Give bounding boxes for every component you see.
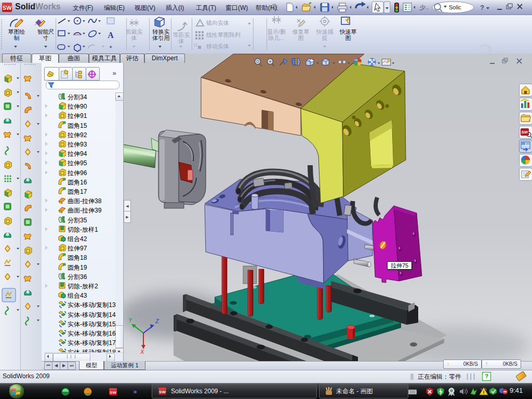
svg-text:Z: Z [155,318,159,324]
svg-text:X: X [140,349,144,355]
svg-text:3s: 3s [476,37,506,54]
svg-text:少..: 少.. [420,4,429,10]
svg-text:SW: SW [110,390,116,395]
svg-text:SW: SW [3,5,12,11]
svg-text:Y: Y [128,317,132,323]
svg-text:SW: SW [159,390,166,394]
svg-text:?: ? [480,4,484,11]
svg-text:»: » [134,388,137,395]
svg-text:Solic: Solic [449,4,461,10]
